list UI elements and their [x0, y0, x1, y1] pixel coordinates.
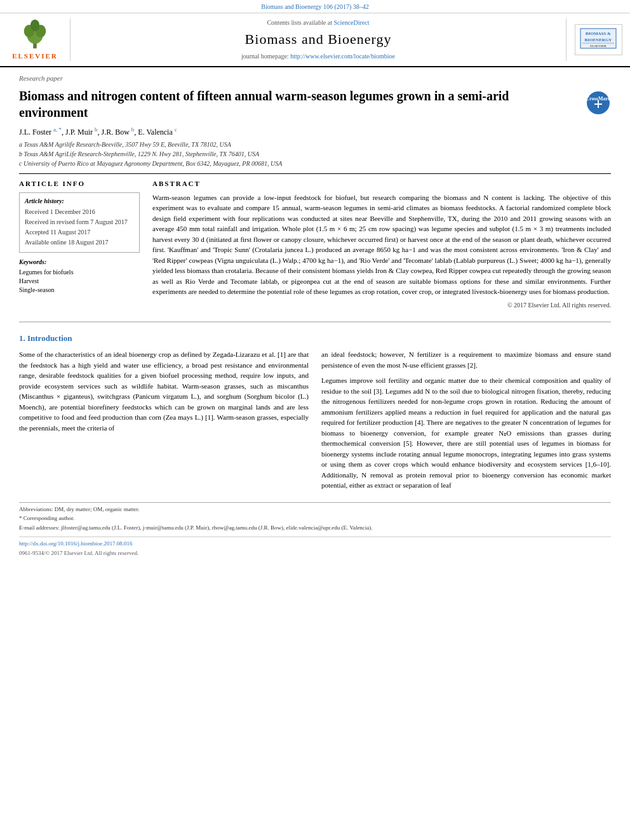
- journal-reference: Biomass and Bioenergy 106 (2017) 38–42: [0, 0, 630, 13]
- copyright: © 2017 Elsevier Ltd. All rights reserved…: [152, 301, 611, 310]
- crossmark-badge[interactable]: CrossMark: [586, 90, 611, 116]
- intro-section-title: 1. Introduction: [19, 333, 611, 344]
- article-info-header: ARTICLE INFO: [19, 179, 140, 189]
- online-date: Available online 18 August 2017: [25, 238, 134, 247]
- revised-date: Received in revised form 7 August 2017: [25, 218, 134, 227]
- accepted-date: Accepted 11 August 2017: [25, 228, 134, 237]
- journal-logo-right: BIOMASS & BIOENERGY ELSEVIER: [573, 18, 624, 61]
- intro-columns: Some of the characteristics of an ideal …: [19, 349, 611, 496]
- right-col: ABSTRACT Warm-season legumes can provide…: [152, 179, 611, 310]
- journal-center-info: Contents lists available at ScienceDirec…: [70, 18, 566, 61]
- doi-link[interactable]: http://dx.doi.org/10.1016/j.biombioe.201…: [19, 540, 611, 548]
- journal-title: Biomass and Bioenergy: [245, 30, 392, 50]
- keyword-3: Single-season: [19, 286, 140, 295]
- left-col: ARTICLE INFO Article history: Received 1…: [19, 179, 140, 310]
- svg-text:BIOENERGY: BIOENERGY: [585, 37, 612, 43]
- affiliations: a Texas A&M Agrilife Research-Beeville, …: [19, 140, 611, 168]
- divider-1: [19, 173, 611, 174]
- abbreviations: Abbreviations: DM, dry matter; OM, organ…: [19, 505, 611, 514]
- paper-type-label: Research paper: [19, 74, 611, 83]
- elsevier-text: ELSEVIER: [12, 51, 58, 61]
- intro-left: Some of the characteristics of an ideal …: [19, 349, 309, 496]
- footer-links: http://dx.doi.org/10.1016/j.biombioe.201…: [19, 537, 611, 557]
- journal-homepage: journal homepage: http://www.elsevier.co…: [241, 52, 395, 61]
- introduction-section: 1. Introduction Some of the characterist…: [0, 333, 630, 557]
- keyword-1: Legumes for biofuels: [19, 268, 140, 277]
- keywords-box: Keywords: Legumes for biofuels Harvest S…: [19, 258, 140, 295]
- bb-logo-box: BIOMASS & BIOENERGY ELSEVIER: [575, 24, 622, 55]
- footnotes-area: Abbreviations: DM, dry matter; OM, organ…: [19, 502, 611, 532]
- abstract-header: ABSTRACT: [152, 179, 611, 189]
- article-info-box: Article history: Received 1 December 201…: [19, 192, 140, 253]
- email-addresses: E-mail addresses: jlfoster@ag.tamu.edu (…: [19, 524, 611, 532]
- svg-text:BIOMASS &: BIOMASS &: [586, 31, 611, 36]
- paper-title: Biomass and nitrogen content of fifteen …: [19, 88, 579, 121]
- intro-para-2: an ideal feedstock; however, N fertilize…: [321, 349, 611, 370]
- homepage-url[interactable]: http://www.elsevier.com/locate/biombioe: [290, 53, 395, 60]
- intro-para-1: Some of the characteristics of an ideal …: [19, 349, 309, 433]
- affil-a: a Texas A&M Agrilife Research-Beeville, …: [19, 140, 611, 149]
- elsevier-logo: ELSEVIER: [6, 18, 64, 61]
- corresponding-author: * Corresponding author.: [19, 514, 611, 523]
- issn-line: 0961-9534/© 2017 Elsevier Ltd. All right…: [19, 549, 611, 557]
- sciencedirect-link[interactable]: ScienceDirect: [333, 19, 369, 26]
- received-date: Received 1 December 2016: [25, 208, 134, 217]
- intro-right: an ideal feedstock; however, N fertilize…: [321, 349, 611, 496]
- content-area: Research paper Biomass and nitrogen cont…: [0, 67, 630, 316]
- divider-2: [19, 321, 611, 323]
- journal-header: ELSEVIER Contents lists available at Sci…: [0, 13, 630, 67]
- paper-title-row: Biomass and nitrogen content of fifteen …: [19, 88, 611, 121]
- affil-b: b Texas A&M AgriLife Research-Stephenvil…: [19, 150, 611, 159]
- authors-line: J.L. Foster a, *, J.P. Muir b, J.R. Bow …: [19, 126, 611, 138]
- keyword-2: Harvest: [19, 277, 140, 286]
- history-title: Article history:: [25, 197, 134, 206]
- svg-text:ELSEVIER: ELSEVIER: [590, 44, 607, 48]
- abstract-text: Warm-season legumes can provide a low-in…: [152, 192, 611, 297]
- svg-point-4: [30, 20, 40, 31]
- intro-para-3: Legumes improve soil fertility and organ…: [321, 375, 611, 491]
- article-info-abstract: ARTICLE INFO Article history: Received 1…: [19, 179, 611, 310]
- contents-line: Contents lists available at ScienceDirec…: [267, 18, 369, 27]
- affil-c: c University of Puerto Rico at Mayaguez …: [19, 159, 611, 168]
- keywords-title: Keywords:: [19, 258, 140, 267]
